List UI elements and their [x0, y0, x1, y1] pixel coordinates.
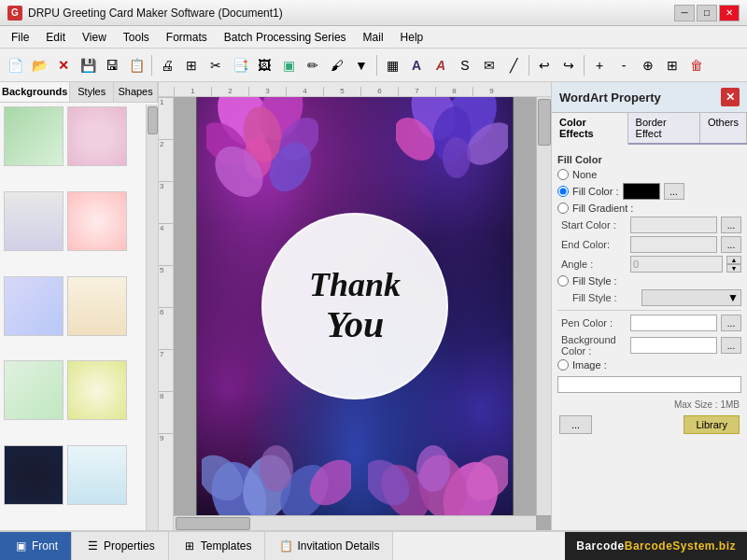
angle-input[interactable] — [630, 256, 723, 273]
menu-item-formats[interactable]: Formats — [159, 29, 215, 46]
email-btn[interactable]: ✉ — [478, 54, 500, 77]
grid-btn[interactable]: ⊞ — [661, 54, 684, 77]
none-radio[interactable] — [557, 169, 569, 180]
bottom-buttons: ... Library — [557, 412, 741, 438]
ruler-tick: 8 — [435, 87, 472, 96]
close-window-button[interactable]: ✕ — [719, 5, 740, 21]
wordart-close-button[interactable]: ✕ — [721, 88, 740, 106]
bg-color-input[interactable] — [630, 337, 717, 354]
shape-btn[interactable]: S — [454, 54, 476, 77]
greeting-card[interactable]: Thank You — [196, 97, 514, 516]
img-btn[interactable]: 🖼 — [253, 54, 275, 77]
tab-border-effect[interactable]: Border Effect — [628, 113, 700, 143]
image-path-input[interactable] — [557, 376, 741, 393]
tab-properties[interactable]: ☰ Properties — [72, 532, 169, 560]
save2-btn[interactable]: 🖫 — [101, 54, 123, 77]
bg-item[interactable] — [67, 106, 127, 166]
left-scrollbar[interactable] — [146, 105, 158, 530]
maximize-button[interactable]: □ — [697, 5, 717, 21]
bg-item[interactable] — [4, 360, 63, 420]
canvas-hscroll-thumb[interactable] — [176, 517, 250, 530]
copy-btn[interactable]: 📑 — [229, 54, 251, 77]
canvas-vscrollbar[interactable] — [536, 97, 551, 515]
wordart-btn[interactable]: A — [430, 54, 452, 77]
menu-item-file[interactable]: File — [4, 29, 36, 46]
barcode-btn[interactable]: ▦ — [381, 54, 403, 77]
new-btn[interactable]: 📄 — [4, 54, 26, 77]
menu-item-view[interactable]: View — [75, 29, 114, 46]
end-color-input[interactable] — [630, 236, 717, 253]
fill-color-swatch[interactable] — [623, 183, 660, 200]
fill-color-radio[interactable] — [557, 186, 569, 197]
menu-item-help[interactable]: Help — [393, 29, 431, 46]
you-text: You — [326, 304, 384, 345]
canvas-area: 1 2 3 4 5 6 7 8 9 1 2 3 4 5 6 7 8 9 — [159, 82, 551, 530]
bg-item[interactable] — [4, 106, 63, 166]
brush-btn[interactable]: 🖌 — [326, 54, 348, 77]
tab-front[interactable]: ▣ Front — [0, 532, 72, 560]
bg-item[interactable] — [67, 445, 127, 505]
canvas-hscrollbar[interactable] — [174, 515, 536, 530]
bg-item[interactable] — [67, 276, 127, 336]
pen-color-input[interactable] — [630, 315, 717, 331]
canvas-vscroll-thumb[interactable] — [538, 99, 551, 146]
bg-color-btn[interactable]: ... — [721, 337, 741, 354]
angle-up-btn[interactable]: ▲ — [726, 256, 741, 264]
left-scroll-thumb[interactable] — [148, 106, 158, 134]
angle-down-btn[interactable]: ▼ — [726, 264, 741, 273]
minimize-button[interactable]: ─ — [674, 5, 695, 21]
tab-styles[interactable]: Styles — [70, 82, 114, 102]
fill-style-title-label: Fill Style : — [572, 275, 617, 287]
menu-item-tools[interactable]: Tools — [116, 29, 157, 46]
fill-gradient-radio[interactable] — [557, 203, 569, 214]
fill-style-radio[interactable] — [557, 275, 569, 287]
tab-backgrounds[interactable]: Backgrounds — [0, 82, 70, 102]
menubar: FileEditViewToolsFormatsBatch Processing… — [0, 26, 747, 49]
print2-btn[interactable]: ⊞ — [180, 54, 203, 77]
image-radio[interactable] — [557, 359, 569, 371]
start-color-btn[interactable]: ... — [721, 217, 741, 233]
start-color-input[interactable] — [630, 217, 717, 233]
close-btn[interactable]: ✕ — [52, 54, 75, 77]
bg-item[interactable] — [4, 445, 63, 505]
library-button[interactable]: Library — [684, 415, 740, 434]
text-btn[interactable]: A — [405, 54, 428, 77]
zoom-in-btn[interactable]: + — [588, 54, 611, 77]
pen-color-btn[interactable]: ... — [721, 315, 741, 331]
dots-button[interactable]: ... — [559, 415, 592, 434]
redo-btn[interactable]: ↪ — [557, 54, 580, 77]
tab-others[interactable]: Others — [700, 113, 747, 143]
tab-invitation-details[interactable]: 📋 Invitation Details — [265, 532, 393, 560]
dropper-btn[interactable]: ▼ — [350, 54, 373, 77]
delete-btn[interactable]: 🗑 — [685, 54, 708, 77]
fill-color-picker-btn[interactable]: ... — [664, 183, 684, 200]
tab-templates[interactable]: ⊞ Templates — [169, 532, 266, 560]
save-btn[interactable]: 💾 — [77, 54, 99, 77]
line-btn[interactable]: ╱ — [502, 54, 525, 77]
tab-shapes[interactable]: Shapes — [114, 82, 158, 102]
menu-item-mail[interactable]: Mail — [356, 29, 391, 46]
fill-style-dropdown[interactable]: ▼ — [641, 289, 741, 306]
cut-btn[interactable]: ✂ — [204, 54, 227, 77]
save3-btn[interactable]: 📋 — [125, 54, 148, 77]
color-btn[interactable]: ▣ — [277, 54, 300, 77]
open-btn[interactable]: 📂 — [28, 54, 50, 77]
angle-label: Angle : — [561, 259, 627, 270]
menu-item-batch-processing-series[interactable]: Batch Processing Series — [217, 29, 354, 46]
zoom-fit-btn[interactable]: ⊕ — [637, 54, 659, 77]
undo-btn[interactable]: ↩ — [533, 54, 556, 77]
main-content: Backgrounds Styles Shapes 1 2 3 4 — [0, 82, 747, 530]
angle-row: Angle : ▲ ▼ — [561, 256, 741, 273]
app-icon: G — [7, 6, 22, 21]
bg-item[interactable] — [4, 276, 63, 336]
bg-item[interactable] — [67, 191, 127, 251]
bg-item[interactable] — [67, 360, 127, 420]
image-radio-row: Image : — [557, 359, 741, 371]
tab-color-effects[interactable]: Color Effects — [552, 113, 628, 145]
menu-item-edit[interactable]: Edit — [38, 29, 73, 46]
end-color-btn[interactable]: ... — [721, 236, 741, 253]
zoom-out-btn[interactable]: - — [613, 54, 635, 77]
print-btn[interactable]: 🖨 — [156, 54, 178, 77]
bg-item[interactable] — [4, 191, 63, 251]
pencil-btn[interactable]: ✏ — [302, 54, 324, 77]
